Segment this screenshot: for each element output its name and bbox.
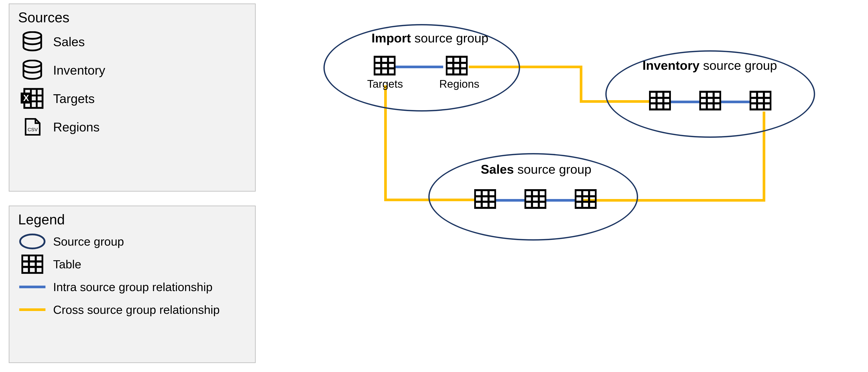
source-label: Inventory: [53, 63, 105, 78]
table-node: [374, 56, 396, 76]
table-node: [575, 189, 597, 209]
group-title-import: Import source group: [372, 31, 488, 45]
source-row: Sales: [18, 30, 246, 54]
ellipse-icon: [18, 233, 46, 250]
diagram-area: Import source group Targets Regions Inve…: [306, 9, 852, 271]
database-icon: [18, 31, 46, 52]
excel-icon: [18, 87, 46, 109]
intra-relationship-line: [395, 66, 443, 68]
legend-label: Intra source group relationship: [53, 280, 212, 294]
database-icon: [18, 60, 46, 80]
intra-relationship-line: [721, 101, 749, 103]
cross-relationship-line: [580, 66, 582, 103]
cross-line-icon: [18, 308, 46, 311]
legend-row: Table: [18, 254, 246, 274]
svg-point-14: [20, 234, 44, 249]
source-row: Targets: [18, 86, 246, 110]
group-title-inventory: Inventory source group: [643, 58, 777, 73]
table-node: [474, 189, 496, 209]
sources-panel: Sources Sales Inventory Targets Regions: [9, 3, 256, 192]
legend-row: Intra source group relationship: [18, 277, 246, 297]
intra-relationship-line: [546, 199, 575, 202]
legend-label: Table: [53, 257, 81, 271]
intra-line-icon: [18, 286, 46, 288]
table-label: Regions: [439, 78, 479, 90]
table-node: [699, 91, 721, 110]
table-node: [649, 91, 671, 110]
csv-file-icon: [18, 117, 46, 137]
table-node: [524, 189, 546, 209]
legend-title: Legend: [18, 211, 246, 228]
legend-row: Source group: [18, 232, 246, 251]
legend-label: Cross source group relationship: [53, 303, 220, 316]
source-row: Regions: [18, 115, 246, 139]
legend-panel: Legend Source group Table Intra source g…: [9, 206, 256, 363]
table-node: [446, 56, 468, 76]
source-row: Inventory: [18, 58, 246, 82]
table-label: Targets: [367, 78, 403, 90]
table-icon: [18, 255, 46, 274]
legend-label: Source group: [53, 235, 124, 248]
source-label: Regions: [53, 120, 100, 134]
intra-relationship-line: [671, 101, 699, 103]
intra-relationship-line: [496, 199, 524, 202]
source-label: Targets: [53, 91, 95, 106]
sources-title: Sources: [18, 9, 246, 26]
table-node: [749, 91, 771, 110]
legend-row: Cross source group relationship: [18, 300, 246, 319]
source-label: Sales: [53, 34, 85, 49]
group-title-sales: Sales source group: [481, 162, 591, 176]
